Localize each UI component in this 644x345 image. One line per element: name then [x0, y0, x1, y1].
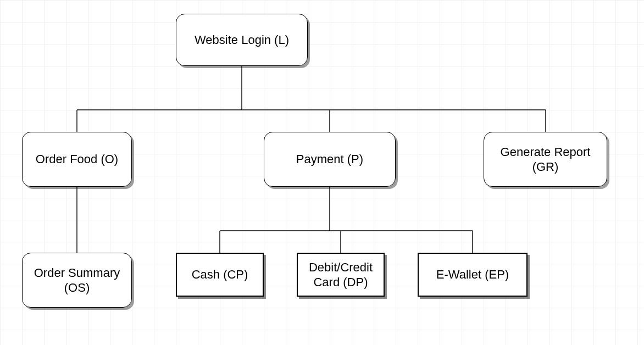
node-generate-report: Generate Report (GR) [484, 132, 607, 187]
node-debit-credit-card: Debit/Credit Card (DP) [297, 253, 385, 297]
node-payment: Payment (P) [264, 132, 396, 187]
node-order-food: Order Food (O) [22, 132, 132, 187]
node-ewallet: E-Wallet (EP) [418, 253, 528, 297]
diagram-canvas: Website Login (L) Order Food (O) Payment… [0, 0, 644, 345]
node-cash: Cash (CP) [176, 253, 264, 297]
node-website-login: Website Login (L) [176, 14, 308, 66]
node-order-summary: Order Summary (OS) [22, 253, 132, 308]
